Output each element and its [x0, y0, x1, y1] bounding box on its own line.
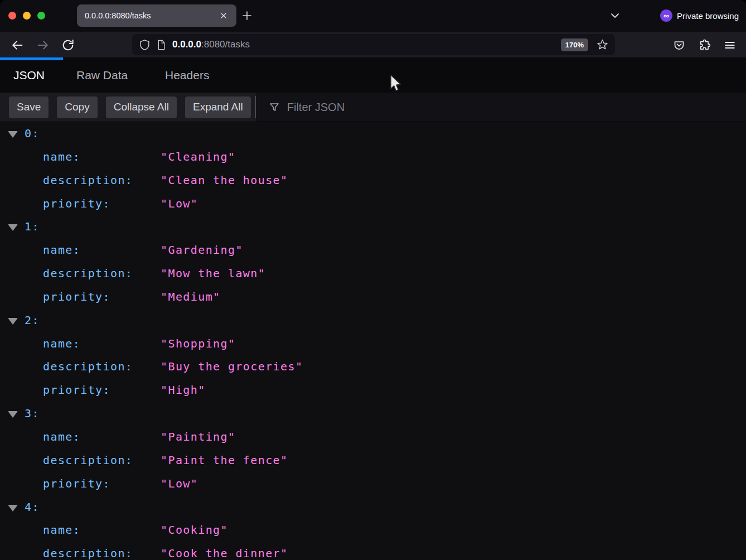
site-information-button[interactable]: [156, 39, 167, 51]
json-field-row: description: "Cook the dinner": [0, 542, 746, 560]
json-key: description:: [43, 542, 133, 560]
json-value: "Shopping": [161, 332, 235, 356]
chevron-down-icon: [609, 10, 621, 21]
filter-container: [256, 93, 746, 122]
extensions-button[interactable]: [697, 38, 712, 52]
json-value: "Cooking": [161, 519, 228, 542]
json-value: "Medium": [161, 286, 221, 309]
json-key: priority:: [43, 192, 110, 216]
list-all-tabs-button[interactable]: [608, 8, 622, 23]
json-key: description:: [43, 449, 133, 472]
tab-close-button[interactable]: [216, 8, 231, 23]
tab-json[interactable]: JSON: [0, 57, 58, 93]
twisty-expanded-icon[interactable]: [8, 318, 18, 325]
json-node-row[interactable]: 0:: [0, 122, 746, 146]
json-value: "Gardening": [161, 239, 243, 262]
json-value: "Cleaning": [161, 146, 235, 169]
tracking-protection-button[interactable]: [139, 39, 151, 51]
navigation-toolbar: 0.0.0.0:8080/tasks 170%: [0, 32, 746, 57]
zoom-level-badge[interactable]: 170%: [561, 38, 588, 51]
shield-icon: [139, 39, 151, 51]
save-to-pocket-button[interactable]: [672, 38, 686, 52]
hamburger-menu-icon: [724, 39, 736, 51]
twisty-expanded-icon[interactable]: [8, 505, 18, 511]
json-index-label[interactable]: 1:: [25, 215, 40, 239]
twisty-expanded-icon[interactable]: [8, 131, 18, 138]
pocket-icon: [673, 39, 685, 51]
json-value: "Buy the groceries": [161, 355, 303, 379]
copy-button[interactable]: Copy: [57, 96, 97, 118]
json-field-row: priority: "High": [0, 379, 746, 402]
window-titlebar: 0.0.0.0:8080/tasks ∞ Private browsing: [0, 0, 746, 31]
url-path: :8080/tasks: [201, 39, 250, 50]
json-node-row[interactable]: 1:: [0, 215, 746, 239]
json-node-row[interactable]: 4:: [0, 496, 746, 519]
json-field-row: description: "Buy the groceries": [0, 355, 746, 379]
json-key: name:: [43, 519, 80, 542]
tab-title: 0.0.0.0:8080/tasks: [85, 11, 216, 20]
url-text[interactable]: 0.0.0.0:8080/tasks: [172, 39, 561, 50]
json-value: "Paint the fence": [161, 449, 288, 472]
json-field-row: name: "Shopping": [0, 332, 746, 356]
save-button[interactable]: Save: [9, 96, 49, 118]
filter-json-input[interactable]: [287, 101, 746, 114]
star-icon: [597, 39, 608, 51]
url-bar[interactable]: 0.0.0.0:8080/tasks 170%: [132, 34, 615, 55]
window-minimize-button[interactable]: [23, 12, 31, 20]
back-button[interactable]: [10, 38, 25, 52]
window-close-button[interactable]: [8, 12, 16, 20]
json-field-row: name: "Cooking": [0, 519, 746, 542]
json-field-row: description: "Paint the fence": [0, 449, 746, 472]
browser-tab[interactable]: 0.0.0.0:8080/tasks: [77, 4, 236, 27]
json-node-row[interactable]: 2:: [0, 309, 746, 332]
json-viewer-tabbar: JSON Raw Data Headers: [0, 57, 746, 93]
tab-raw-data[interactable]: Raw Data: [63, 57, 141, 93]
json-key: name:: [43, 332, 80, 356]
json-field-row: priority: "Medium": [0, 286, 746, 309]
json-key: description:: [43, 262, 133, 286]
forward-arrow-icon: [36, 38, 50, 52]
json-key: priority:: [43, 472, 110, 496]
json-value: "Clean the house": [161, 169, 288, 192]
json-value: "High": [161, 379, 206, 402]
json-field-row: name: "Painting": [0, 426, 746, 449]
json-value: "Mow the lawn": [161, 262, 265, 286]
json-index-label[interactable]: 0:: [25, 122, 40, 146]
json-field-row: name: "Cleaning": [0, 146, 746, 169]
json-viewer-toolbar: Save Copy Collapse All Expand All: [0, 93, 746, 122]
window-zoom-button[interactable]: [37, 12, 45, 20]
bookmark-button[interactable]: [595, 37, 609, 52]
url-host: 0.0.0.0: [172, 39, 201, 50]
twisty-expanded-icon[interactable]: [8, 411, 18, 418]
reload-icon: [61, 38, 75, 52]
json-index-label[interactable]: 3:: [25, 402, 40, 426]
page-icon: [156, 39, 167, 51]
json-key: name:: [43, 239, 80, 262]
reload-button[interactable]: [61, 38, 75, 52]
json-key: priority:: [43, 286, 110, 309]
expand-all-button[interactable]: Expand All: [185, 96, 251, 118]
private-mask-icon: ∞: [660, 9, 672, 22]
json-index-label[interactable]: 4:: [25, 496, 40, 519]
json-key: name:: [43, 426, 80, 449]
private-browsing-indicator: ∞ Private browsing: [660, 9, 739, 22]
json-value: "Low": [161, 472, 198, 496]
forward-button[interactable]: [36, 38, 50, 52]
tab-headers[interactable]: Headers: [152, 57, 222, 93]
json-index-label[interactable]: 2:: [25, 309, 40, 332]
private-browsing-label: Private browsing: [677, 11, 739, 21]
json-field-row: priority: "Low": [0, 472, 746, 496]
new-tab-button[interactable]: [240, 8, 254, 23]
close-icon: [219, 11, 228, 20]
collapse-all-button[interactable]: Collapse All: [106, 96, 177, 118]
json-value: "Low": [161, 192, 198, 216]
json-node-row[interactable]: 3:: [0, 402, 746, 426]
json-value: "Cook the dinner": [161, 542, 288, 560]
json-value: "Painting": [161, 426, 235, 449]
plus-icon: [241, 10, 253, 21]
json-field-row: name: "Gardening": [0, 239, 746, 262]
back-arrow-icon: [11, 38, 24, 52]
application-menu-button[interactable]: [723, 38, 737, 52]
json-field-row: description: "Mow the lawn": [0, 262, 746, 286]
twisty-expanded-icon[interactable]: [8, 224, 18, 231]
